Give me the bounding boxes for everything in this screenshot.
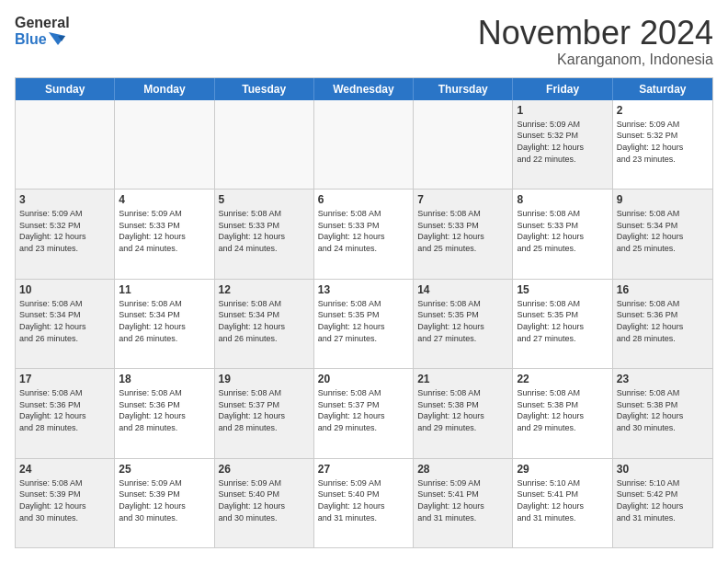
day-number: 12	[219, 282, 310, 297]
calendar-cell-19: 19Sunrise: 5:08 AM Sunset: 5:37 PM Dayli…	[215, 369, 314, 457]
cell-info: Sunrise: 5:08 AM Sunset: 5:36 PM Dayligh…	[19, 387, 110, 433]
logo-text: General Blue	[15, 15, 70, 47]
day-number: 13	[318, 282, 409, 297]
calendar-cell-24: 24Sunrise: 5:08 AM Sunset: 5:39 PM Dayli…	[16, 459, 115, 547]
day-number: 17	[19, 372, 110, 386]
calendar-cell-2: 2Sunrise: 5:09 AM Sunset: 5:32 PM Daylig…	[613, 100, 712, 189]
day-number: 1	[517, 103, 608, 118]
calendar-cell-21: 21Sunrise: 5:08 AM Sunset: 5:38 PM Dayli…	[414, 369, 513, 457]
calendar-cell-28: 28Sunrise: 5:09 AM Sunset: 5:41 PM Dayli…	[414, 459, 513, 547]
calendar-cell-16: 16Sunrise: 5:08 AM Sunset: 5:36 PM Dayli…	[613, 280, 712, 368]
cell-info: Sunrise: 5:08 AM Sunset: 5:36 PM Dayligh…	[119, 387, 210, 433]
day-number: 9	[617, 192, 709, 207]
calendar-week-3: 17Sunrise: 5:08 AM Sunset: 5:36 PM Dayli…	[16, 369, 712, 458]
day-number: 4	[119, 192, 210, 207]
day-header-friday: Friday	[513, 78, 612, 100]
day-header-saturday: Saturday	[613, 78, 712, 100]
calendar-week-1: 3Sunrise: 5:09 AM Sunset: 5:32 PM Daylig…	[16, 190, 712, 279]
day-number: 15	[517, 282, 608, 297]
day-number: 6	[318, 192, 409, 207]
calendar-cell-30: 30Sunrise: 5:10 AM Sunset: 5:42 PM Dayli…	[613, 459, 712, 547]
calendar-cell-23: 23Sunrise: 5:08 AM Sunset: 5:38 PM Dayli…	[613, 369, 712, 457]
calendar-week-4: 24Sunrise: 5:08 AM Sunset: 5:39 PM Dayli…	[16, 459, 712, 547]
calendar-cell-4: 4Sunrise: 5:09 AM Sunset: 5:33 PM Daylig…	[115, 190, 214, 278]
cell-info: Sunrise: 5:08 AM Sunset: 5:33 PM Dayligh…	[219, 208, 310, 254]
cell-info: Sunrise: 5:09 AM Sunset: 5:32 PM Dayligh…	[517, 119, 608, 165]
calendar-cell-5: 5Sunrise: 5:08 AM Sunset: 5:33 PM Daylig…	[215, 190, 314, 278]
month-title: November 2024	[478, 15, 713, 52]
day-number: 27	[318, 462, 409, 477]
day-number: 3	[19, 192, 110, 207]
day-header-thursday: Thursday	[414, 78, 513, 100]
logo-bird-icon	[49, 32, 65, 45]
cell-info: Sunrise: 5:10 AM Sunset: 5:41 PM Dayligh…	[517, 477, 608, 523]
day-header-tuesday: Tuesday	[215, 78, 314, 100]
cell-info: Sunrise: 5:09 AM Sunset: 5:40 PM Dayligh…	[219, 477, 310, 523]
cell-info: Sunrise: 5:09 AM Sunset: 5:39 PM Dayligh…	[119, 477, 210, 523]
day-number: 30	[617, 462, 709, 477]
calendar-cell-17: 17Sunrise: 5:08 AM Sunset: 5:36 PM Dayli…	[16, 369, 115, 457]
day-number: 26	[219, 462, 310, 477]
day-number: 8	[517, 192, 608, 207]
day-number: 2	[617, 103, 709, 118]
cell-info: Sunrise: 5:08 AM Sunset: 5:37 PM Dayligh…	[318, 387, 409, 433]
location: Karanganom, Indonesia	[478, 52, 713, 68]
day-number: 20	[318, 372, 409, 386]
title-block: November 2024 Karanganom, Indonesia	[478, 15, 713, 68]
cell-info: Sunrise: 5:08 AM Sunset: 5:38 PM Dayligh…	[517, 387, 608, 433]
cell-info: Sunrise: 5:08 AM Sunset: 5:33 PM Dayligh…	[517, 208, 608, 254]
day-header-wednesday: Wednesday	[314, 78, 414, 100]
cell-info: Sunrise: 5:08 AM Sunset: 5:34 PM Dayligh…	[19, 298, 110, 344]
day-header-sunday: Sunday	[16, 78, 115, 100]
cell-info: Sunrise: 5:08 AM Sunset: 5:36 PM Dayligh…	[617, 298, 709, 344]
day-number: 18	[119, 372, 210, 386]
calendar-cell-15: 15Sunrise: 5:08 AM Sunset: 5:35 PM Dayli…	[513, 280, 612, 368]
day-number: 5	[219, 192, 310, 207]
day-number: 19	[219, 372, 310, 386]
calendar-cell-empty-0	[16, 100, 115, 189]
day-number: 28	[417, 462, 508, 477]
cell-info: Sunrise: 5:09 AM Sunset: 5:40 PM Dayligh…	[318, 477, 409, 523]
calendar-cell-25: 25Sunrise: 5:09 AM Sunset: 5:39 PM Dayli…	[115, 459, 214, 547]
day-number: 7	[417, 192, 508, 207]
calendar: SundayMondayTuesdayWednesdayThursdayFrid…	[15, 77, 713, 548]
calendar-cell-22: 22Sunrise: 5:08 AM Sunset: 5:38 PM Dayli…	[513, 369, 612, 457]
day-number: 14	[417, 282, 508, 297]
cell-info: Sunrise: 5:09 AM Sunset: 5:41 PM Dayligh…	[417, 477, 508, 523]
calendar-cell-3: 3Sunrise: 5:09 AM Sunset: 5:32 PM Daylig…	[16, 190, 115, 278]
cell-info: Sunrise: 5:08 AM Sunset: 5:39 PM Dayligh…	[19, 477, 110, 523]
cell-info: Sunrise: 5:08 AM Sunset: 5:35 PM Dayligh…	[318, 298, 409, 344]
calendar-cell-29: 29Sunrise: 5:10 AM Sunset: 5:41 PM Dayli…	[513, 459, 612, 547]
cell-info: Sunrise: 5:08 AM Sunset: 5:34 PM Dayligh…	[617, 208, 709, 254]
cell-info: Sunrise: 5:10 AM Sunset: 5:42 PM Dayligh…	[617, 477, 709, 523]
cell-info: Sunrise: 5:08 AM Sunset: 5:34 PM Dayligh…	[119, 298, 210, 344]
day-number: 24	[19, 462, 110, 477]
day-number: 22	[517, 372, 608, 386]
calendar-cell-empty-2	[215, 100, 314, 189]
cell-info: Sunrise: 5:08 AM Sunset: 5:38 PM Dayligh…	[417, 387, 508, 433]
cell-info: Sunrise: 5:08 AM Sunset: 5:38 PM Dayligh…	[617, 387, 709, 433]
calendar-cell-10: 10Sunrise: 5:08 AM Sunset: 5:34 PM Dayli…	[16, 280, 115, 368]
calendar-cell-empty-3	[314, 100, 414, 189]
calendar-cell-empty-1	[115, 100, 214, 189]
cell-info: Sunrise: 5:09 AM Sunset: 5:32 PM Dayligh…	[617, 119, 709, 165]
header: General Blue November 2024 Karanganom, I…	[15, 15, 713, 68]
page: General Blue November 2024 Karanganom, I…	[0, 0, 728, 563]
calendar-week-2: 10Sunrise: 5:08 AM Sunset: 5:34 PM Dayli…	[16, 280, 712, 369]
calendar-cell-1: 1Sunrise: 5:09 AM Sunset: 5:32 PM Daylig…	[513, 100, 612, 189]
calendar-cell-14: 14Sunrise: 5:08 AM Sunset: 5:35 PM Dayli…	[414, 280, 513, 368]
calendar-cell-26: 26Sunrise: 5:09 AM Sunset: 5:40 PM Dayli…	[215, 459, 314, 547]
calendar-cell-12: 12Sunrise: 5:08 AM Sunset: 5:34 PM Dayli…	[215, 280, 314, 368]
calendar-week-0: 1Sunrise: 5:09 AM Sunset: 5:32 PM Daylig…	[16, 100, 712, 190]
day-number: 21	[417, 372, 508, 386]
calendar-cell-11: 11Sunrise: 5:08 AM Sunset: 5:34 PM Dayli…	[115, 280, 214, 368]
cell-info: Sunrise: 5:08 AM Sunset: 5:35 PM Dayligh…	[417, 298, 508, 344]
day-header-monday: Monday	[115, 78, 214, 100]
day-number: 29	[517, 462, 608, 477]
cell-info: Sunrise: 5:09 AM Sunset: 5:32 PM Dayligh…	[19, 208, 110, 254]
calendar-cell-7: 7Sunrise: 5:08 AM Sunset: 5:33 PM Daylig…	[414, 190, 513, 278]
calendar-cell-20: 20Sunrise: 5:08 AM Sunset: 5:37 PM Dayli…	[314, 369, 414, 457]
logo: General Blue	[15, 15, 70, 47]
calendar-header: SundayMondayTuesdayWednesdayThursdayFrid…	[16, 78, 712, 100]
calendar-cell-empty-4	[414, 100, 513, 189]
